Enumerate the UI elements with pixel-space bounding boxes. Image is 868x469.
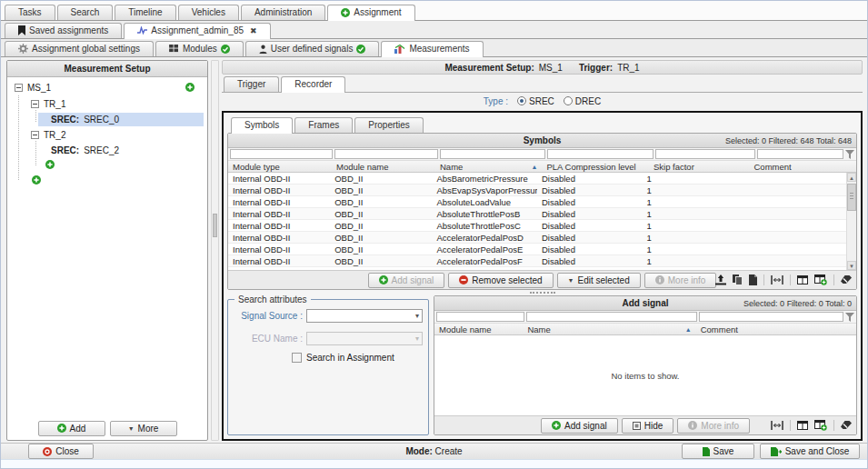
add-node-icon[interactable] — [45, 160, 55, 169]
signal-source-select[interactable]: ▾ — [306, 309, 423, 323]
ecu-name-select[interactable]: ▾ — [306, 332, 423, 345]
close-tab-icon[interactable]: ✖ — [250, 26, 257, 35]
tab-vehicles[interactable]: Vehicles — [178, 5, 239, 20]
column-module-type[interactable]: Module type — [228, 161, 332, 172]
add-column-icon[interactable] — [814, 274, 827, 285]
radio-drec[interactable]: DREC — [564, 96, 601, 106]
column-name[interactable]: Name▲ — [435, 161, 542, 172]
tree-node-tr1[interactable]: TR_1 — [31, 97, 65, 111]
symbols-filter-row — [228, 148, 856, 161]
table-row[interactable]: Internal OBD-IIOBD_IIAbsoluteThrottlePos… — [228, 208, 846, 220]
tab-measurements[interactable]: Measurements — [381, 41, 483, 57]
tab-assignment[interactable]: Assignment — [327, 5, 414, 21]
tab-assignment-admin-85[interactable]: Assignment_admin_85 ✖ — [124, 23, 270, 39]
tree-node-srec0[interactable]: SREC: SREC_0 — [51, 113, 119, 126]
tab-assignment-global-settings[interactable]: Assignment global settings — [5, 41, 154, 56]
column-module-name[interactable]: Module name — [332, 161, 435, 172]
add-button[interactable]: Add — [38, 421, 105, 436]
columns-icon[interactable] — [797, 421, 808, 430]
measurement-setup-panel: Measurement Setup MS_1 TR_1 SREC: SREC — [6, 60, 208, 441]
add-signal-button[interactable]: Add signal — [541, 418, 618, 434]
tab-modules[interactable]: Modules — [155, 41, 244, 56]
more-button[interactable]: ▼ More — [110, 421, 177, 436]
filter-skip-input[interactable] — [655, 149, 755, 159]
gear-icon — [18, 44, 28, 54]
filter-module-type-input[interactable] — [230, 149, 333, 159]
clear-filter-eraser-icon[interactable] — [841, 275, 852, 284]
table-row[interactable]: Internal OBD-IIOBD_IIAcceleratorPedalPos… — [228, 255, 846, 267]
collapse-icon[interactable] — [31, 100, 39, 108]
collapse-icon[interactable] — [31, 131, 39, 139]
button-label: Add signal — [564, 421, 607, 431]
document-icon[interactable] — [749, 274, 757, 285]
filter-module-name-input[interactable] — [334, 149, 437, 159]
column-module-name[interactable]: Module name — [434, 324, 523, 334]
export-icon[interactable] — [715, 274, 726, 285]
tab-search[interactable]: Search — [57, 5, 114, 20]
filter-name-input[interactable] — [440, 149, 546, 159]
filter-funnel-icon[interactable] — [845, 150, 854, 159]
scroll-up-icon[interactable]: ▲ — [847, 173, 856, 182]
filter-name-input[interactable] — [526, 312, 698, 322]
save-button[interactable]: Save — [682, 444, 754, 459]
tab-symbols[interactable]: Symbols — [231, 117, 293, 134]
add-signal-button[interactable]: Add signal — [368, 273, 445, 288]
column-comment[interactable]: Comment — [696, 324, 856, 334]
tab-recorder[interactable]: Recorder — [281, 76, 345, 93]
column-comment[interactable]: Comment — [749, 161, 856, 172]
scrollbar-thumb[interactable] — [847, 184, 856, 211]
more-info-button[interactable]: More info — [644, 273, 717, 288]
table-row[interactable]: Internal OBD-IIOBD_IIAbsoluteLoadValueDi… — [228, 196, 846, 208]
table-row[interactable]: Internal OBD-IIOBD_IIAbsoluteThrottlePos… — [228, 220, 846, 232]
tree-node-tr2[interactable]: TR_2 — [31, 128, 65, 142]
fit-width-icon[interactable] — [771, 275, 783, 284]
save-and-close-button[interactable]: Save and Close — [760, 444, 860, 459]
tab-administration[interactable]: Administration — [241, 5, 325, 20]
remove-selected-button[interactable]: Remove selected — [448, 273, 553, 288]
panel-splitter-scrollbar[interactable] — [211, 60, 219, 441]
copy-icon[interactable] — [733, 274, 743, 285]
table-row[interactable]: Internal OBD-IIOBD_IIAbsBarometricPressu… — [228, 173, 846, 185]
filter-pla-input[interactable] — [547, 149, 653, 159]
tab-timeline[interactable]: Timeline — [115, 5, 175, 20]
table-row[interactable]: Internal OBD-IIOBD_IIAcceleratorPedalPos… — [228, 244, 846, 255]
fit-width-icon[interactable] — [771, 421, 783, 430]
tab-saved-assignments[interactable]: Saved assignments — [5, 23, 122, 38]
symbols-button-row: Add signal Remove selected ▼ Edit select… — [228, 270, 856, 289]
filter-funnel-icon[interactable] — [845, 313, 854, 322]
table-row[interactable]: Internal OBD-IIOBD_IIAcceleratorPedalPos… — [228, 232, 846, 244]
tab-tasks[interactable]: Tasks — [5, 5, 55, 20]
button-label: Remove selected — [472, 275, 542, 285]
close-button[interactable]: Close — [28, 444, 94, 459]
column-pla-compression[interactable]: PLA Compression level — [542, 161, 648, 172]
radio-srec[interactable]: SREC — [517, 96, 554, 106]
tab-frames[interactable]: Frames — [294, 117, 353, 133]
filter-comment-input[interactable] — [699, 312, 843, 322]
filter-comment-input[interactable] — [757, 149, 843, 159]
tree-node-ms1[interactable]: MS_1 — [15, 81, 51, 95]
column-skip-factor[interactable]: Skip factor — [649, 161, 750, 172]
hide-button[interactable]: Hide — [622, 418, 674, 434]
clear-filter-eraser-icon[interactable] — [841, 421, 852, 430]
scroll-down-icon[interactable]: ▼ — [847, 261, 856, 270]
search-in-assignment-checkbox[interactable] — [292, 353, 302, 363]
symbols-vertical-scrollbar[interactable]: ▲ ▼ — [846, 173, 856, 270]
columns-icon[interactable] — [797, 275, 808, 284]
more-info-button[interactable]: More info — [677, 418, 750, 434]
tab-user-defined-signals[interactable]: User defined signals — [245, 41, 380, 56]
add-node-icon[interactable] — [32, 175, 41, 185]
add-signal-column-header: Module name Name▲ Comment — [434, 324, 856, 335]
add-signal-icon-toolbar — [771, 416, 852, 434]
add-node-icon[interactable] — [185, 83, 195, 92]
tab-trigger[interactable]: Trigger — [224, 76, 279, 92]
edit-selected-button[interactable]: ▼ Edit selected — [557, 273, 641, 288]
scrollbar-thumb[interactable] — [213, 214, 217, 237]
filter-module-name-input[interactable] — [436, 312, 524, 322]
collapse-icon[interactable] — [15, 84, 23, 92]
tab-properties[interactable]: Properties — [354, 117, 424, 133]
tree-node-srec2[interactable]: SREC: SREC_2 — [51, 144, 119, 157]
column-name[interactable]: Name▲ — [523, 324, 695, 334]
table-row[interactable]: Internal OBD-IIOBD_IIAbsEvapSysVaporPres… — [228, 185, 846, 196]
modules-icon — [169, 45, 179, 53]
add-column-icon[interactable] — [814, 420, 827, 431]
